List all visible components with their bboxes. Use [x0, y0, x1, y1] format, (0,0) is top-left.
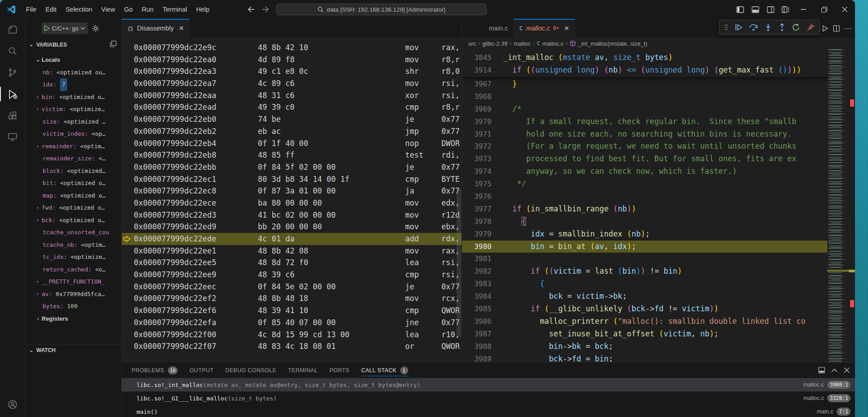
variable-row[interactable]: ›__PRETTY_FUNCTION_ — [26, 275, 121, 288]
breadcrumb-symbol[interactable]: _int_malloc(mstate, size_t) — [578, 40, 647, 47]
source-line[interactable]: 3968 — [462, 90, 827, 103]
menu-go[interactable]: Go — [120, 4, 137, 15]
source-line[interactable]: 3974 anyway, so we can check now, which … — [462, 165, 827, 178]
disassembly-row[interactable]: 0x000077999dc22ef248 8b 48 18movrcx, — [122, 292, 462, 305]
run-config-dropdown[interactable]: C/C++: go — [42, 22, 88, 34]
variable-row[interactable]: ›bck: <optimized o… — [26, 214, 121, 227]
tab-malloc-c[interactable]: C malloc.c 9+ ✕ — [514, 19, 575, 38]
source-line[interactable]: 3969 /* — [462, 103, 827, 116]
close-window-button[interactable] — [834, 0, 855, 19]
source-line[interactable]: 3978 { — [462, 215, 827, 228]
variable-row[interactable]: tc_idx: <optimize… — [26, 251, 121, 263]
disassembly-row[interactable]: 0x000077999dc22eec0f 84 5e 02 00 00je0x7… — [122, 281, 462, 293]
disassembly-row[interactable]: 0x000077999dc22f004c 8d 15 99 cd 13 00le… — [122, 329, 462, 341]
disassembly-row[interactable]: 0x000077999dc22ec180 3d b8 34 14 00 1fcm… — [122, 173, 462, 185]
minimap[interactable] — [827, 49, 849, 362]
sticky-scroll[interactable]: 3845_int_malloc (mstate av, size_t bytes… — [462, 49, 827, 77]
step-over-icon[interactable] — [749, 23, 758, 31]
disassembly-row[interactable]: 0x000077999dc22eceba 80 00 00 00movedx, — [122, 197, 462, 209]
source-line[interactable]: 3983 { — [462, 278, 827, 290]
variable-row[interactable]: bit: <optimized o… — [26, 177, 121, 189]
source-line[interactable]: 3970 If a small request, check regular b… — [462, 116, 827, 128]
variable-row[interactable]: size: <optimized … — [26, 116, 121, 128]
toggle-primary-sidebar-icon[interactable] — [733, 3, 747, 16]
forward-arrow-icon[interactable] — [261, 6, 269, 13]
disassembly-row[interactable]: 0x000077999dc22ebb0f 84 5f 02 00 00je0x7… — [122, 161, 462, 173]
more-actions-icon[interactable]: ⋯ — [844, 24, 851, 33]
panel-tab-problems[interactable]: PROBLEMS16 — [132, 362, 178, 378]
source-line[interactable]: 3973 processed to find best fit. But for… — [462, 153, 827, 165]
maximize-panel-icon[interactable] — [831, 368, 838, 372]
disassembly-row[interactable]: 0x000077999dc22ec80f 87 3a 01 00 00ja0x7… — [122, 185, 462, 197]
variables-section-header[interactable]: ⌄ VARIABLES — [26, 39, 121, 51]
restart-icon[interactable] — [792, 23, 800, 31]
tab-main-c[interactable]: main.c — [462, 19, 514, 38]
sticky-line[interactable]: 3845_int_malloc (mstate av, size_t bytes… — [462, 52, 827, 64]
variable-row[interactable]: map: <optimized o… — [26, 189, 121, 202]
menu-edit[interactable]: Edit — [41, 4, 61, 15]
variable-row[interactable]: nb: <optimized ou… — [26, 66, 121, 79]
variable-row[interactable]: tcache_unsorted_cou — [26, 226, 121, 239]
toolbar-drag-handle[interactable] — [724, 24, 728, 31]
split-editor-icon[interactable] — [833, 25, 840, 32]
disassembly-row[interactable]: 0x000077999dc22ede4c 01 daaddrdx, — [122, 233, 462, 245]
call-stack-frame[interactable]: main()main.c7:1 — [122, 405, 855, 417]
disassembly-row[interactable]: 0x000077999dc22eb40f 1f 40 00nopDWOR — [122, 138, 462, 150]
disassembly-row[interactable]: 0x000077999dc22ea74c 89 c6movrsi, — [122, 77, 462, 90]
disassembly-row[interactable]: 0x000077999dc22ead49 39 c0cmpr8,r — [122, 101, 462, 113]
disassembly-row[interactable]: 0x000077999dc22ee548 8d 72 f0learsi, — [122, 257, 462, 269]
toggle-panel-icon[interactable] — [748, 3, 762, 16]
breadcrumb-item[interactable]: src — [468, 40, 476, 47]
disassembly-row[interactable]: 0x000077999dc22f0748 83 4c 18 08 01orQWO… — [122, 340, 462, 353]
account-icon[interactable] — [0, 394, 25, 415]
disassembly-scrollbar[interactable] — [456, 19, 462, 362]
disassembly-row[interactable]: 0x000077999dc22ea349 c1 e8 0cshrr8,0 — [122, 65, 462, 77]
extensions-icon[interactable] — [0, 105, 25, 126]
source-line[interactable]: 3967 } — [462, 78, 827, 90]
step-out-icon[interactable] — [778, 23, 786, 31]
call-stack-frame[interactable]: libc.so!_int_malloc(mstate av, mstate av… — [122, 378, 855, 391]
variable-row[interactable]: return_cached: <o… — [26, 263, 121, 276]
disassembly-row[interactable]: 0x000077999dc22e9c48 8b 42 10movrax, — [122, 42, 462, 54]
customize-layout-icon[interactable] — [779, 3, 792, 16]
menu-view[interactable]: View — [97, 4, 120, 15]
variable-row[interactable]: tcache_nb: <optim… — [26, 239, 121, 251]
close-panel-icon[interactable] — [844, 367, 850, 373]
source-line[interactable]: 3988 bin->bk = bck; — [462, 340, 827, 353]
search-sidebar-icon[interactable] — [0, 40, 25, 62]
variable-row[interactable]: victim_index: <op… — [26, 128, 121, 140]
source-control-icon[interactable] — [0, 62, 25, 83]
variable-row[interactable]: bytes: 100 — [26, 300, 121, 313]
disassembly-row[interactable]: 0x000077999dc22ed9bb 20 00 00 00movebx, — [122, 221, 462, 233]
breadcrumb-item[interactable]: glibc-2.39 — [482, 40, 507, 47]
disassembly-row[interactable]: 0x000077999dc22ea04d 89 f8movr8,r — [122, 54, 462, 66]
breadcrumb-item[interactable]: malloc.c — [543, 40, 564, 47]
variable-row[interactable]: ›remainder: <optim… — [26, 140, 121, 153]
source-lines[interactable]: 3967 }39683969 /*3970 If a small request… — [462, 78, 827, 362]
remote-explorer-icon[interactable] — [0, 126, 25, 148]
source-line[interactable]: 3975 */ — [462, 178, 827, 190]
close-tab-icon[interactable]: ✕ — [179, 25, 184, 32]
scope-locals[interactable]: ⌄Locals — [26, 54, 121, 66]
disassembly-row[interactable]: 0x000077999dc22eb074 beje0x77 — [122, 113, 462, 125]
source-editor[interactable]: src›glibc-2.39›malloc›Cmalloc.c›_int_mal… — [462, 38, 855, 362]
disconnect-icon[interactable] — [807, 23, 815, 31]
panel-layout-icon[interactable] — [818, 367, 825, 374]
breadcrumb-item[interactable]: malloc — [514, 40, 531, 47]
source-line[interactable]: 3979 idx = smallbin_index (nb); — [462, 228, 827, 241]
variable-row[interactable]: block: <optimized… — [26, 165, 121, 177]
run-file-icon[interactable] — [822, 25, 829, 32]
variable-row[interactable]: remainder_size: <… — [26, 152, 121, 165]
run-and-debug-icon[interactable] — [0, 83, 25, 105]
menu-run[interactable]: Run — [137, 4, 158, 15]
disassembly-row[interactable]: 0x000077999dc22eb848 85 fftestrdi, — [122, 149, 462, 161]
variable-row[interactable]: ›victim: <optimize… — [26, 103, 121, 116]
panel-tab-debug-console[interactable]: DEBUG CONSOLE — [225, 362, 276, 378]
disassembly-row[interactable]: 0x000077999dc22ed341 bc 02 00 00 00movr1… — [122, 209, 462, 221]
disassembly-row[interactable]: 0x000077999dc22efa0f 85 40 07 00 00jne0x… — [122, 317, 462, 329]
variable-row[interactable]: idx: 7 — [26, 78, 121, 91]
sticky-line[interactable]: 3914 if ((unsigned long) (nb) <= (unsign… — [462, 64, 827, 77]
disassembly-row[interactable]: 0x000077999dc22ef648 39 41 10cmpQWOR — [122, 305, 462, 317]
tab-disassembly[interactable]: Disassembly ✕ — [122, 19, 190, 38]
source-line[interactable]: 3986 malloc_printerr ("malloc(): smallbi… — [462, 315, 827, 328]
